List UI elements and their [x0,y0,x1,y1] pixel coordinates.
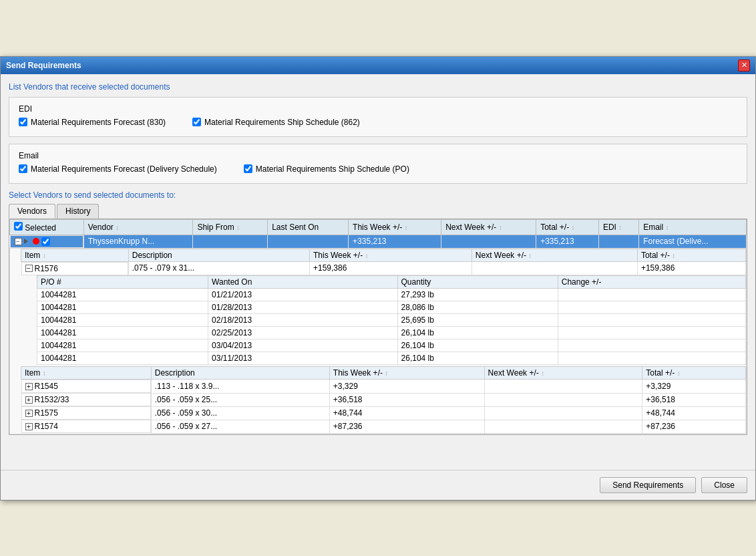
po-cell-po: 10044281 [37,289,208,301]
item2-col-item: Item ↕ [21,367,152,380]
edi-checkbox-1[interactable] [19,118,27,126]
item2-expand-icon[interactable]: + [25,423,33,430]
po-cell-po: 10044281 [37,327,208,339]
item2-row: +R1532/33 .056 - .059 x 25... +36,518 +3… [21,393,746,406]
po-row: 10044281 02/18/2013 25,695 lb [37,314,746,327]
col-vendor: Vendor ↕ [83,219,193,235]
email-item-2: Material Requirements Ship Schedule (PO) [244,164,409,174]
item2-cell-item: +R1575 [21,406,151,420]
po-cell-wanted: 01/21/2013 [208,289,397,301]
edi-item-1: Material Requirements Forecast (830) [19,118,166,127]
vendor-status-dot [33,238,39,245]
po-cell-qty: 26,104 lb [397,352,558,365]
col-total: Total +/- ↕ [536,219,599,235]
po-cell-po: 10044281 [37,301,208,314]
item2-cell-desc: .056 - .059 x 30... [151,406,329,420]
tab-history[interactable]: History [57,204,99,219]
tab-bar: Vendors History [9,204,747,219]
vendor-edi-cell [598,235,638,248]
item-col-nextweek: Next Week +/- ↕ [471,249,637,261]
vendor-selected-cell: − [10,235,83,248]
po-col-wanted: Wanted On [208,276,397,289]
list-label: List Vendors that receive selected docum… [9,82,747,92]
item-r1576-collapse[interactable]: − [25,265,33,272]
send-requirements-button[interactable]: Send Requirements [600,477,696,493]
item2-cell-item: +R1574 [21,420,151,433]
po-cell-change [558,352,745,365]
vendor-this-week-cell: +335,213 [349,235,441,248]
email-label-1: Material Requirements Forecast (Delivery… [31,164,217,174]
item2-cell-nextweek [484,406,642,420]
window-body: List Vendors that receive selected docum… [1,74,755,470]
col-last-sent: Last Sent On [268,219,349,235]
po-row: 10044281 03/11/2013 26,104 lb [37,352,746,365]
item-col-thisweek: This Week +/- ↕ [310,249,472,261]
po-cell-po: 10044281 [37,339,208,352]
po-col-po: P/O # [37,276,208,289]
po-cell-wanted: 02/25/2013 [208,327,397,339]
po-cell-wanted: 01/28/2013 [208,301,397,314]
vendor-table-header: Selected Vendor ↕ Ship From ↕ Last Sent … [10,219,747,235]
item2-cell-item: +R1532/33 [21,393,151,406]
edi-checkbox-2[interactable] [192,118,201,126]
item2-table-body: +R1545 .113 - .118 x 3.9... +3,329 +3,32… [21,380,746,434]
email-title: Email [19,151,737,160]
edi-row: Material Requirements Forecast (830) Mat… [19,118,737,127]
select-all-checkbox[interactable] [14,222,23,231]
item-sub-table: Item ↕ Description This Week +/- ↕ Next … [21,249,746,276]
item-r1576-thisweek: +159,386 [310,261,472,275]
vendor-email-cell: Forecast (Delive... [639,235,747,248]
vendor-total-cell: +335,213 [536,235,599,248]
po-cell-qty: 28,086 lb [397,301,558,314]
email-item-1: Material Requirements Forecast (Delivery… [19,164,217,174]
item2-expand-icon[interactable]: + [25,396,33,404]
col-this-week: This Week +/- ↕ [349,219,441,235]
po-cell-change [558,339,745,352]
po-cell-change [558,327,745,339]
item2-cell-desc: .056 - .059 x 27... [151,420,329,433]
footer: Send Requirements Close [1,470,755,500]
item2-header-row: Item ↕ Description This Week +/- ↕ Next … [21,367,746,380]
vendor-next-week-cell [441,235,536,248]
item2-cell-thisweek: +36,518 [329,393,484,406]
close-button-footer[interactable]: Close [701,477,747,493]
item2-expand-icon[interactable]: + [25,383,33,390]
close-button[interactable]: ✕ [738,59,750,72]
vendor-checkbox[interactable] [41,237,50,246]
item-sub-table-2: Item ↕ Description This Week +/- ↕ Next … [21,366,746,434]
item-r1576-item: − R1576 [21,262,128,275]
po-row: 10044281 03/04/2013 26,104 lb [37,339,746,352]
vendor-table: Selected Vendor ↕ Ship From ↕ Last Sent … [9,219,747,434]
item2-cell-nextweek [484,380,642,394]
item2-cell-thisweek: +3,329 [329,380,484,394]
edi-item-2: Material Requirements Ship Schedule (862… [192,118,360,127]
item-detail-row: Item ↕ Description This Week +/- ↕ Next … [10,248,747,434]
po-cell-qty: 25,695 lb [397,314,558,327]
item2-col-total: Total +/- ↕ [642,367,746,380]
item-col-item: Item ↕ [21,249,129,261]
po-row: 10044281 01/21/2013 27,293 lb [37,289,746,301]
item2-expand-icon[interactable]: + [25,410,33,417]
vendor-ship-from-cell [193,235,268,248]
window-title: Send Requirements [6,61,81,70]
vendor-row[interactable]: − ThyssenKrupp N... +335,213 +335,213 Fo… [10,235,747,248]
vendor-collapse-icon[interactable]: − [15,238,22,245]
email-checkbox-1[interactable] [19,164,27,173]
col-ship-from: Ship From ↕ [193,219,268,235]
item-header-row: Item ↕ Description This Week +/- ↕ Next … [21,249,746,261]
tab-vendors[interactable]: Vendors [9,204,55,219]
item2-cell-total: +87,236 [642,420,746,433]
po-row: 10044281 01/28/2013 28,086 lb [37,301,746,314]
spacer [9,435,747,462]
po-cell-wanted: 03/11/2013 [208,352,397,365]
po-cell-qty: 26,104 lb [397,339,558,352]
po-table: P/O # Wanted On Quantity Change +/- 1004… [37,275,746,365]
item-r1576-total: +159,386 [637,261,745,275]
po-cell-wanted: 03/04/2013 [208,339,397,352]
vendor-name-cell: ThyssenKrupp N... [83,235,193,248]
vendor-last-sent-cell [268,235,349,248]
po-table-body: 10044281 01/21/2013 27,293 lb 10044281 0… [37,289,746,365]
email-checkbox-2[interactable] [244,164,252,173]
po-cell-change [558,289,745,301]
email-row: Material Requirements Forecast (Delivery… [19,164,737,174]
